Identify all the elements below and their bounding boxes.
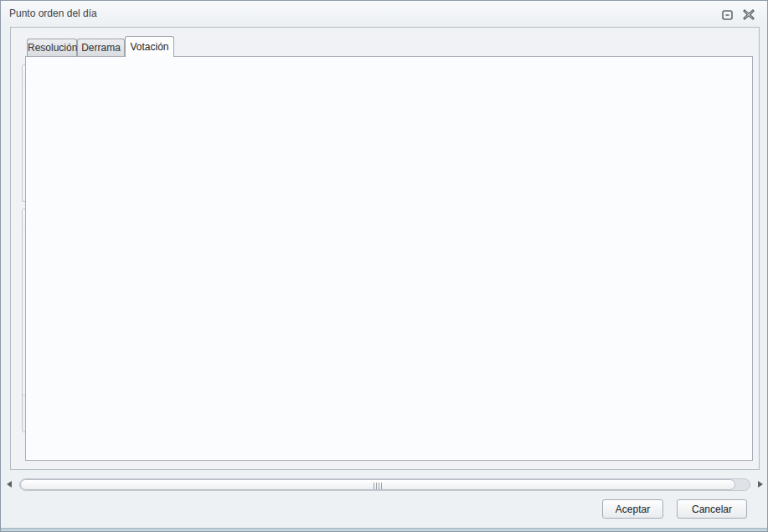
tab-votacion[interactable]: Votación <box>125 36 174 57</box>
cancelar-button[interactable]: Cancelar <box>677 499 747 519</box>
tab-resolucion-label: Resolución <box>28 42 77 54</box>
dialog-scroll-right-icon <box>758 481 763 488</box>
aceptar-label: Aceptar <box>616 504 650 515</box>
dialog-scroll-left-button[interactable] <box>3 478 16 491</box>
close-icon[interactable] <box>742 8 755 21</box>
titlebar: Punto orden del día <box>1 1 767 26</box>
window-frame-bottom <box>1 528 767 531</box>
punto-orden-dialog: Punto orden del día Resolución Derrama V… <box>0 0 768 532</box>
tab-derrama[interactable]: Derrama <box>77 39 125 57</box>
dialog-scrollbar-grip-icon <box>373 483 382 489</box>
tab-votacion-label: Votación <box>130 41 168 53</box>
dialog-hscrollbar-thumb[interactable] <box>20 479 735 490</box>
dialog-scroll-left-icon <box>7 481 12 488</box>
aceptar-button[interactable]: Aceptar <box>602 499 663 519</box>
dialog-scroll-right-button[interactable] <box>754 478 767 491</box>
tabpage-votacion <box>25 56 753 461</box>
cancelar-label: Cancelar <box>692 504 732 515</box>
dialog-hscrollbar <box>1 476 768 493</box>
dialog-hscrollbar-track[interactable] <box>19 478 750 491</box>
window-title: Punto orden del día <box>9 8 97 19</box>
tab-resolucion[interactable]: Resolución <box>27 39 77 57</box>
restore-icon[interactable] <box>720 8 734 21</box>
tab-derrama-label: Derrama <box>81 42 121 54</box>
